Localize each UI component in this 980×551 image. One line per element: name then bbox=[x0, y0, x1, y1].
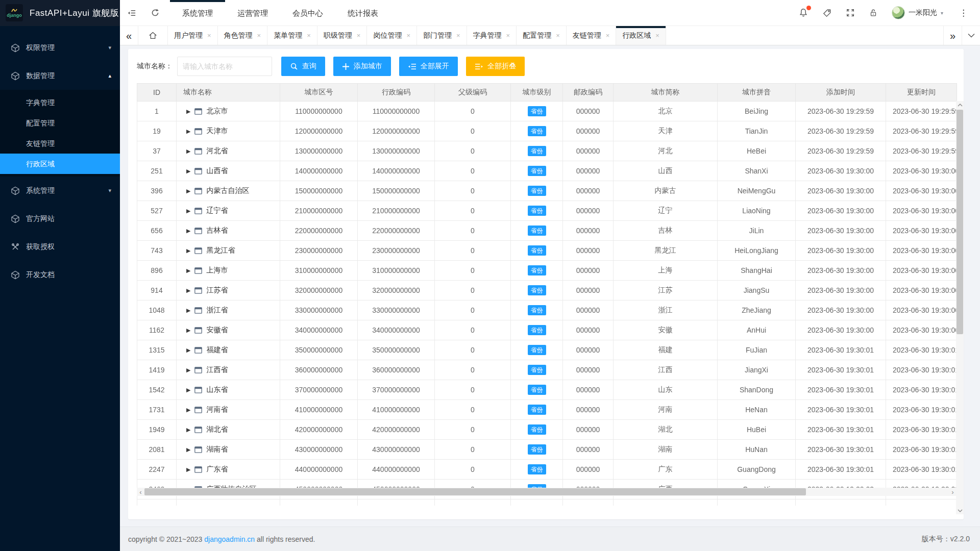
close-icon[interactable]: × bbox=[207, 32, 211, 39]
tree-expand-icon[interactable]: ▶ bbox=[186, 288, 190, 293]
tree-expand-icon[interactable]: ▶ bbox=[186, 407, 190, 413]
topnav-item-active[interactable]: 系统管理 bbox=[170, 0, 225, 26]
collapse-all-button[interactable]: 全部折叠 bbox=[466, 57, 525, 76]
close-icon[interactable]: × bbox=[307, 32, 311, 39]
sidebar-item[interactable]: 获取授权 bbox=[0, 233, 120, 261]
horizontal-scroll-thumb[interactable] bbox=[144, 488, 806, 495]
tree-expand-icon[interactable]: ▶ bbox=[186, 308, 190, 313]
city-level-cell: 省份 bbox=[511, 360, 563, 380]
close-icon[interactable]: × bbox=[506, 32, 510, 39]
sidebar-subitem[interactable]: 友链管理 bbox=[0, 133, 120, 154]
close-icon[interactable]: × bbox=[606, 32, 610, 39]
user-menu[interactable]: 一米阳光 ▾ bbox=[892, 6, 943, 19]
table-cell: 1 bbox=[137, 102, 177, 121]
sidebar-subitem[interactable]: 配置管理 bbox=[0, 113, 120, 133]
topnav-item-link[interactable]: 运营管理 bbox=[225, 0, 280, 26]
tabs-menu-icon[interactable] bbox=[962, 26, 980, 45]
tree-expand-icon[interactable]: ▶ bbox=[186, 188, 190, 194]
lock-icon[interactable] bbox=[869, 8, 878, 17]
notification-bell-icon[interactable] bbox=[798, 8, 808, 18]
city-name-input[interactable] bbox=[177, 57, 272, 76]
sidebar-item[interactable]: 开发文档 bbox=[0, 261, 120, 289]
sidebar-item[interactable]: 数据管理▴ bbox=[0, 62, 120, 90]
plus-button[interactable]: 添加城市 bbox=[333, 57, 391, 76]
tab[interactable]: 字典管理× bbox=[467, 26, 517, 45]
avatar[interactable] bbox=[892, 6, 905, 19]
table-cell: 2023-06-30 19:30:00 bbox=[886, 281, 957, 300]
table-cell: 110000000000 bbox=[280, 102, 358, 121]
tab[interactable]: 部门管理× bbox=[417, 26, 467, 45]
close-icon[interactable]: × bbox=[556, 32, 560, 39]
tree-expand-icon[interactable]: ▶ bbox=[186, 427, 190, 433]
sidebar-item[interactable]: 官方网站 bbox=[0, 205, 120, 233]
sidebar-subitem[interactable]: 字典管理 bbox=[0, 92, 120, 113]
fullscreen-icon[interactable] bbox=[846, 8, 855, 17]
table-cell: 1048 bbox=[137, 300, 177, 320]
table-cell: ShangHai bbox=[718, 261, 796, 281]
table-cell: GuangDong bbox=[718, 460, 796, 480]
more-menu-icon[interactable]: ⋮ bbox=[957, 9, 970, 17]
close-icon[interactable]: × bbox=[655, 32, 659, 39]
content-card: 城市名称： 查询添加城市全部展开全部折叠 ID城市名称城市区号行政编码父级编码城… bbox=[128, 49, 964, 519]
scroll-right-icon[interactable]: › bbox=[949, 489, 957, 495]
home-tab[interactable] bbox=[138, 26, 168, 45]
tree-expand-icon[interactable]: ▶ bbox=[186, 208, 190, 214]
tab-active[interactable]: 行政区域× bbox=[616, 26, 666, 45]
tree-expand-icon[interactable]: ▶ bbox=[186, 148, 190, 154]
scroll-up-icon[interactable] bbox=[956, 101, 964, 109]
tab[interactable]: 用户管理× bbox=[168, 26, 218, 45]
tree-expand-icon[interactable]: ▶ bbox=[186, 109, 190, 114]
table-cell: 2023-06-30 19:30:01 bbox=[886, 400, 957, 420]
column-header: 邮政编码 bbox=[563, 84, 614, 102]
tree-expand-icon[interactable]: ▶ bbox=[186, 129, 190, 134]
footer-link[interactable]: djangoadmin.cn bbox=[204, 535, 255, 543]
tab[interactable]: 角色管理× bbox=[218, 26, 268, 45]
sidebar-item[interactable]: 系统管理▾ bbox=[0, 177, 120, 205]
scroll-down-icon[interactable] bbox=[956, 507, 964, 514]
sidebar-collapse-icon[interactable] bbox=[120, 0, 143, 26]
tab-label: 角色管理 bbox=[224, 31, 253, 40]
refresh-icon[interactable] bbox=[143, 0, 167, 26]
tab[interactable]: 岗位管理× bbox=[367, 26, 417, 45]
topnav-item-link[interactable]: 会员中心 bbox=[280, 0, 335, 26]
tree-expand-icon[interactable]: ▶ bbox=[186, 447, 190, 453]
column-header: 城市名称 bbox=[177, 84, 280, 102]
tree-expand-icon[interactable]: ▶ bbox=[186, 387, 190, 393]
sidebar: 权限管理▾数据管理▴字典管理配置管理友链管理行政区域系统管理▾官方网站获取授权开… bbox=[0, 26, 120, 551]
tree-expand-icon[interactable]: ▶ bbox=[186, 467, 190, 472]
table-cell: 000000 bbox=[563, 360, 614, 380]
close-icon[interactable]: × bbox=[257, 32, 261, 39]
sidebar-subitem-active[interactable]: 行政区域 bbox=[0, 154, 120, 174]
tree-expand-icon[interactable]: ▶ bbox=[186, 248, 190, 254]
tree-expand-icon[interactable]: ▶ bbox=[186, 228, 190, 234]
tab[interactable]: 职级管理× bbox=[317, 26, 368, 45]
table-cell: 330000000000 bbox=[280, 300, 358, 320]
search-button[interactable]: 查询 bbox=[281, 57, 325, 76]
column-header: 行政编码 bbox=[358, 84, 435, 102]
horizontal-scrollbar[interactable]: ‹ › bbox=[137, 488, 957, 496]
tree-expand-icon[interactable]: ▶ bbox=[186, 347, 190, 353]
vertical-scroll-thumb[interactable] bbox=[957, 110, 963, 334]
table-cell: 安徽 bbox=[614, 320, 718, 340]
vertical-scrollbar[interactable] bbox=[956, 101, 964, 514]
tabs-scroll-left-icon[interactable]: « bbox=[120, 26, 138, 45]
tree-expand-icon[interactable]: ▶ bbox=[186, 168, 190, 174]
table-cell: 140000000000 bbox=[358, 161, 435, 181]
close-icon[interactable]: × bbox=[357, 32, 361, 39]
tag-icon[interactable] bbox=[822, 8, 832, 18]
close-icon[interactable]: × bbox=[406, 32, 410, 39]
tab[interactable]: 菜单管理× bbox=[267, 26, 317, 45]
topnav-item-link[interactable]: 统计报表 bbox=[335, 0, 390, 26]
tabs-scroll-right-icon[interactable]: » bbox=[943, 26, 962, 45]
sidebar-item[interactable]: 权限管理▾ bbox=[0, 34, 120, 62]
tree-expand-icon[interactable]: ▶ bbox=[186, 328, 190, 333]
tab[interactable]: 友链管理× bbox=[567, 26, 617, 45]
tree-expand-icon[interactable]: ▶ bbox=[186, 268, 190, 273]
expand-all-button[interactable]: 全部展开 bbox=[399, 57, 458, 76]
close-icon[interactable]: × bbox=[456, 32, 460, 39]
table-cell: 0 bbox=[435, 161, 511, 181]
scroll-left-icon[interactable]: ‹ bbox=[137, 489, 144, 495]
tree-expand-icon[interactable]: ▶ bbox=[186, 367, 190, 373]
tab[interactable]: 配置管理× bbox=[517, 26, 567, 45]
sidebar-item-label: 数据管理 bbox=[26, 71, 55, 81]
